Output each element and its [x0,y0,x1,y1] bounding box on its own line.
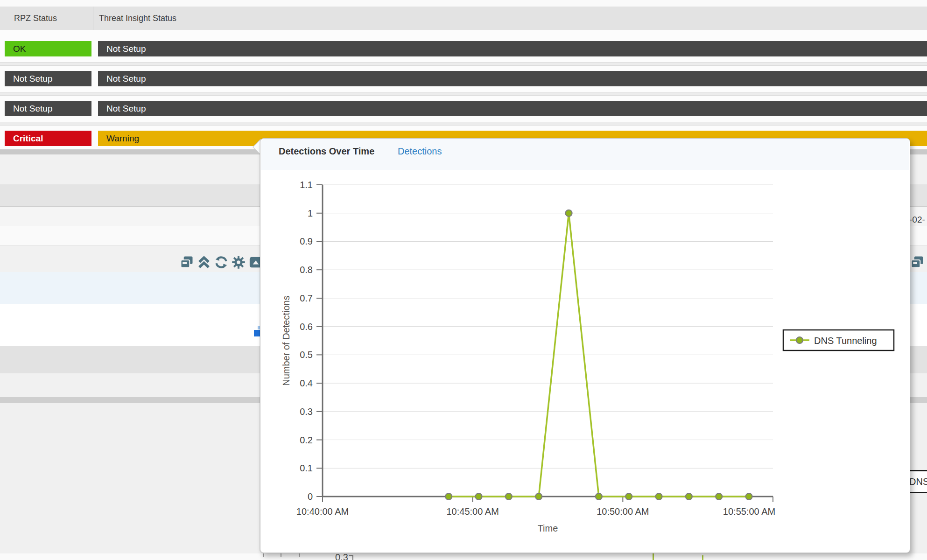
legend-label: DNS Tunneling [814,336,877,346]
top-strip [0,0,927,7]
rpz-status-badge[interactable]: Not Setup [5,101,91,116]
y-tick-label: 0.8 [300,265,313,275]
y-tick-label: 0.2 [300,435,313,445]
status-row: OK Not Setup [0,30,927,60]
data-point[interactable] [445,493,452,500]
rpz-status-badge[interactable]: Not Setup [5,71,91,86]
dashboard-screen: RPZ Status Threat Insight Status OK Not … [0,0,927,560]
bottom-chart-line-fragment [653,553,654,560]
y-tick-label: 0 [308,491,313,502]
x-tick-label: 10:50:00 AM [597,506,649,517]
column-header-threat-insight-status: Threat Insight Status [99,7,176,30]
y-tick-label: 0.9 [300,236,313,246]
data-point[interactable] [476,493,482,500]
copy-window-icon[interactable] [180,255,194,269]
row-separator [0,62,927,66]
x-tick-label: 10:40:00 AM [296,506,349,517]
detections-popup: Detections Over Time Detections 00.10.20… [260,138,910,553]
y-tick-label: 0.3 [300,406,313,417]
bottom-chart-tick-fragment [263,553,264,557]
popup-body: Detections Over Time Detections 00.10.20… [260,138,910,553]
settings-gear-icon[interactable] [232,255,246,269]
data-point[interactable] [535,493,542,500]
row-separator [0,92,927,96]
refresh-icon[interactable] [214,255,228,269]
y-tick-label: 0.1 [300,463,313,473]
y-tick-label: 0.6 [300,322,313,332]
threat-insight-status-badge[interactable]: Not Setup [98,71,927,86]
status-table-header: RPZ Status Threat Insight Status [0,7,927,30]
data-point[interactable] [716,493,722,500]
y-tick-label: 0.5 [300,350,313,360]
rpz-status-badge[interactable]: OK [5,41,91,56]
y-tick-label: 0.4 [300,378,313,388]
y-tick-label: 1.1 [300,180,313,190]
bottom-chart-line-fragment [702,555,703,560]
data-point[interactable] [596,493,602,500]
bottom-chart-tick-fragment [281,553,281,557]
bottom-chart-axis-fragment [349,555,353,556]
column-header-rpz-status: RPZ Status [14,7,57,30]
x-tick-label: 10:55:00 AM [723,506,775,517]
bottom-chart-tick-fragment [299,553,300,557]
copy-window-icon[interactable] [910,255,924,269]
data-point[interactable] [656,493,662,500]
rpz-status-badge[interactable]: Critical [5,131,91,146]
data-point[interactable] [686,493,692,500]
threat-insight-status-badge[interactable]: Not Setup [98,41,927,56]
legend-marker [796,337,803,343]
data-point[interactable] [625,493,632,500]
background-band [0,553,927,560]
x-axis-title: Time [538,523,558,533]
widget-toolbar-fragment [910,255,927,270]
detections-over-time-chart: 00.10.20.30.40.50.60.70.80.911.110:40:00… [260,139,911,553]
y-tick-label: 1 [308,208,313,218]
threat-insight-status-badge[interactable]: Not Setup [98,101,927,116]
column-divider [93,7,93,30]
data-point[interactable] [566,210,572,217]
date-text-fragment: -02- [909,215,925,225]
x-tick-label: 10:45:00 AM [447,506,499,517]
hidden-chart-icon-fragment [254,330,260,336]
data-point[interactable] [506,493,512,500]
y-tick-label: 0.7 [300,293,313,303]
collapse-up-icon[interactable] [197,255,211,269]
data-point[interactable] [746,493,752,500]
widget-toolbar [180,255,263,270]
row-separator [0,122,927,126]
y-axis-title: Number of Detections [281,295,291,385]
